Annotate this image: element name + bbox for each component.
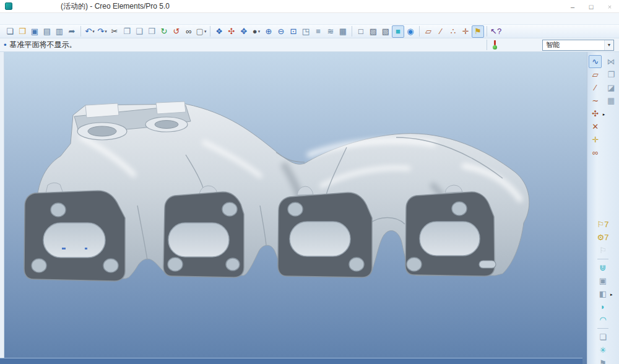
toolbar-icon: ⊕ <box>266 27 272 35</box>
menu-file[interactable] <box>2 18 10 19</box>
toolbar-icon: ✥ <box>241 27 248 35</box>
paste-button[interactable]: ❑ <box>133 25 145 38</box>
copy-geometry-tool[interactable]: ❏ <box>597 331 610 344</box>
datum-axes-toggle[interactable]: ∕ <box>435 25 447 38</box>
zoom-in-button[interactable]: ⊕ <box>262 25 275 38</box>
maximize-button[interactable]: □ <box>582 0 600 13</box>
app-icon <box>5 2 12 10</box>
menu-view[interactable] <box>17 18 25 19</box>
copy-button[interactable]: ❐ <box>121 25 133 38</box>
menu-applications[interactable] <box>47 18 54 19</box>
custom-regenerate-button[interactable]: ↺ <box>170 25 183 38</box>
print-button[interactable]: ▤ <box>41 25 53 38</box>
selection-filter-value: 智能 <box>543 40 604 50</box>
extrude-tool[interactable]: ▣ <box>597 274 610 287</box>
sidebar-lower-tools: ⚐7⚙7⚐⋓▣◧▸◗◠❏✳⚑⚐◓ <box>589 218 617 364</box>
redo-button[interactable]: ↷▾ <box>96 25 108 38</box>
rib-tool[interactable]: ◗ <box>597 300 610 313</box>
annotation-disabled-tool[interactable]: ⚐ <box>597 244 610 257</box>
menu-info[interactable] <box>40 18 47 19</box>
cut-button[interactable]: ✂ <box>108 25 121 38</box>
style-wave-tool[interactable]: ∿ <box>589 55 602 68</box>
solid-block-tool[interactable]: ◧▸ <box>597 287 610 300</box>
display-style-button[interactable]: ●▾ <box>250 25 262 38</box>
toolbar-icon: ❒ <box>148 27 155 35</box>
chain-tool[interactable]: ∞ <box>589 146 602 159</box>
new-button[interactable]: ❏ <box>4 25 16 38</box>
annotations-toggle[interactable]: ⚑ <box>472 25 484 38</box>
loft-tool[interactable]: ⋓ <box>597 261 610 274</box>
boundary-flag-tool-a[interactable]: ⚑ <box>597 357 610 364</box>
undo-button[interactable]: ↶▾ <box>84 25 96 38</box>
combo-dropdown-icon[interactable]: ▼ <box>604 40 613 50</box>
datum-csys-toggle[interactable]: ✛ <box>459 25 472 38</box>
menu-window[interactable] <box>62 18 69 19</box>
point-tool[interactable]: ✣▸ <box>589 107 602 120</box>
spline-tool[interactable]: ∼ <box>589 94 602 107</box>
mirror-tool[interactable]: ⋈ <box>605 55 618 68</box>
annotation-note-tool[interactable]: ⚐7 <box>597 218 610 231</box>
view-manager-button[interactable]: ▦ <box>337 25 349 38</box>
orient-button[interactable]: ✣ <box>225 25 238 38</box>
reorient-button[interactable]: ◳ <box>300 25 312 38</box>
flange-4 <box>405 192 496 276</box>
graphics-viewport[interactable] <box>4 52 587 364</box>
arc-surface-tool[interactable]: ◠ <box>597 313 610 326</box>
selection-filter-combobox[interactable]: 智能 ▼ <box>542 40 614 51</box>
cross-point-tool[interactable]: ✕ <box>589 120 602 133</box>
tool-icon: ❏ <box>599 333 607 341</box>
datum-points-toggle[interactable]: ∴ <box>447 25 459 38</box>
menu-edit[interactable] <box>10 18 17 19</box>
menu-tools[interactable] <box>54 18 62 19</box>
spin-center-button[interactable]: ✥ <box>238 25 250 38</box>
context-help-button[interactable]: ↖? <box>490 25 502 38</box>
centerline-tool[interactable]: ∕ <box>589 81 602 94</box>
dropdown-arrow-icon[interactable]: ▾ <box>105 29 107 34</box>
dropdown-arrow-icon[interactable]: ▾ <box>258 29 261 34</box>
dropdown-arrow-icon[interactable]: ▾ <box>92 29 95 34</box>
open-button[interactable]: ❒ <box>16 25 28 38</box>
separator <box>487 40 487 50</box>
pattern-tool[interactable]: ✳ <box>597 344 610 357</box>
shaded-button[interactable]: ■ <box>392 25 404 38</box>
grid-tool[interactable]: ▦ <box>605 94 618 107</box>
message-bullet-icon: • <box>4 40 7 50</box>
corner-trim-tool[interactable]: ◪ <box>605 81 618 94</box>
menu-analysis[interactable] <box>32 18 40 19</box>
flyout-arrow-icon[interactable]: ▸ <box>610 292 613 297</box>
save-button[interactable]: ▣ <box>28 25 41 38</box>
send-button[interactable]: ➦ <box>66 25 78 38</box>
parallelogram-tool[interactable]: ▱ <box>589 68 602 81</box>
saved-views-button[interactable]: ≡ <box>312 25 324 38</box>
no-hidden-button[interactable]: ▧ <box>379 25 392 38</box>
tool-icon: ∿ <box>592 58 599 66</box>
select-button[interactable]: ▢▾ <box>195 25 207 38</box>
tool-icon: ▦ <box>607 97 615 105</box>
navigator-collapsed-strip[interactable] <box>0 52 4 364</box>
fit-window-button[interactable]: ❖ <box>213 25 225 38</box>
minimize-button[interactable]: – <box>563 0 582 13</box>
enhanced-realism-button[interactable]: ◉ <box>404 25 417 38</box>
paste-special-button[interactable]: ❒ <box>145 25 158 38</box>
csys-tool[interactable]: ✛ <box>589 133 602 146</box>
toolbar-icon: ∕ <box>440 27 441 35</box>
close-button[interactable]: × <box>600 0 619 13</box>
refit-button[interactable]: ⊡ <box>287 25 300 38</box>
merge-tool[interactable]: ❐ <box>605 68 618 81</box>
hidden-line-button[interactable]: ▨ <box>367 25 379 38</box>
zoom-out-button[interactable]: ⊖ <box>275 25 287 38</box>
print-preview-button[interactable]: ▥ <box>53 25 66 38</box>
dropdown-arrow-icon[interactable]: ▾ <box>204 29 207 34</box>
find-button[interactable]: ∞ <box>183 25 195 38</box>
tool-icon: ✕ <box>592 123 599 131</box>
annotation-gear-tool[interactable]: ⚙7 <box>597 231 610 244</box>
wireframe-button[interactable]: □ <box>355 25 367 38</box>
layers-button[interactable]: ≋ <box>324 25 337 38</box>
menu-insert[interactable] <box>25 18 32 19</box>
regenerate-button[interactable]: ↻ <box>158 25 170 38</box>
flyout-arrow-icon[interactable]: ▸ <box>603 112 605 117</box>
status-message: 基准平面将不显示。 <box>10 40 77 50</box>
menu-help[interactable] <box>69 18 77 19</box>
toolbar-icon: ❏ <box>6 27 14 35</box>
datum-planes-toggle[interactable]: ▱ <box>422 25 435 38</box>
